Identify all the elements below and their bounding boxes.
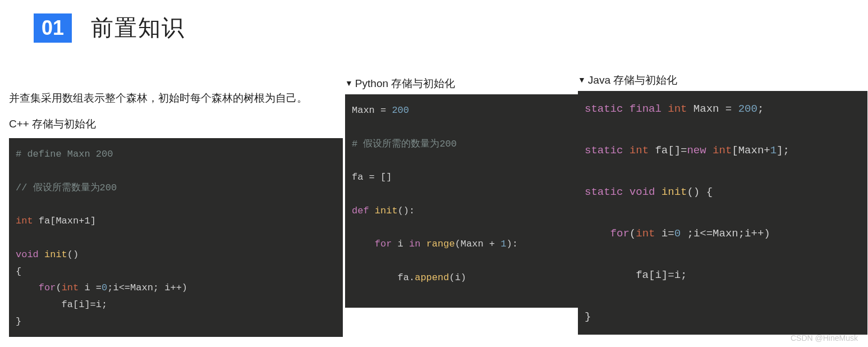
java-subhead: Java 存储与初始化 [588, 74, 677, 86]
code-text: () { [687, 186, 713, 198]
code-text: ( [630, 227, 636, 240]
code-text: int [16, 216, 33, 226]
code-text: { [16, 266, 21, 277]
code-text: int [623, 144, 649, 157]
code-text: } [585, 311, 591, 323]
code-text: i= [655, 227, 674, 240]
code-text: fa[i]=i; [16, 299, 107, 310]
code-text: i = [79, 282, 102, 293]
code-text: # define Maxn 200 [16, 149, 113, 159]
code-text: (i) [449, 272, 466, 283]
intro-paragraph: 并查集采用数组表示整个森林，初始时每个森林的树根为自己。 [9, 90, 345, 107]
code-text: int [62, 282, 79, 293]
code-text: ]; [777, 144, 789, 157]
triangle-icon: ▼ [345, 79, 353, 88]
python-code-block: Maxn = 200 # 假设所需的数量为200 fa = [] def ini… [345, 94, 578, 308]
section-number-badge: 01 [34, 13, 72, 43]
code-text: ): [506, 239, 517, 249]
code-text [585, 227, 610, 240]
code-text: init [655, 186, 687, 198]
java-code-block: static final int Maxn = 200; static int … [578, 91, 867, 335]
column-python: ▼Python 存储与初始化 Maxn = 200 # 假设所需的数量为200 … [345, 73, 578, 308]
section-title: 前置知识 [91, 12, 185, 43]
code-text: (Maxn + [455, 239, 501, 249]
code-text: 0 [674, 227, 681, 240]
code-text [420, 239, 426, 249]
java-disclosure[interactable]: ▼Java 存储与初始化 [578, 73, 867, 88]
code-text: Maxn = [687, 103, 738, 115]
code-text: 200 [392, 105, 409, 116]
code-text: () [67, 249, 79, 260]
code-text: 0 [102, 282, 107, 293]
code-text: new [687, 144, 706, 157]
code-text: [Maxn+ [732, 144, 770, 157]
code-text: for [375, 239, 392, 249]
code-text [16, 282, 39, 293]
code-text: i [392, 239, 409, 249]
python-subhead: Python 存储与初始化 [355, 77, 455, 89]
code-text: static [585, 103, 623, 115]
code-text: int [706, 144, 732, 157]
code-text: def [352, 206, 369, 216]
code-text: in [409, 239, 420, 249]
code-text: append [415, 272, 449, 283]
code-text: ; [757, 103, 764, 115]
code-text: fa[]= [649, 144, 687, 157]
code-text: for [39, 282, 56, 293]
code-text: ( [56, 282, 61, 293]
section-header: 01 前置知识 [0, 0, 868, 43]
code-text: ;i<=Maxn; i++) [107, 282, 187, 293]
column-java: ▼Java 存储与初始化 static final int Maxn = 200… [578, 73, 867, 335]
column-cpp: 并查集采用数组表示整个森林，初始时每个森林的树根为自己。 C++ 存储与初始化 … [0, 73, 345, 337]
content-columns: 并查集采用数组表示整个森林，初始时每个森林的树根为自己。 C++ 存储与初始化 … [0, 73, 868, 337]
triangle-icon: ▼ [578, 75, 586, 84]
code-text: range [426, 239, 455, 249]
watermark: CSDN @HineMusk [791, 334, 858, 343]
code-text: void [16, 249, 39, 260]
cpp-code-block: # define Maxn 200 // 假设所需数量为200 int fa[M… [9, 138, 343, 336]
code-text: 1 [500, 239, 506, 249]
code-text: fa[i]=i; [585, 269, 687, 281]
code-text: int [662, 103, 687, 115]
code-text: int [636, 227, 655, 240]
code-text: // 假设所需数量为200 [16, 182, 117, 193]
python-disclosure[interactable]: ▼Python 存储与初始化 [345, 76, 578, 91]
code-text: } [16, 316, 21, 327]
code-text: for [610, 227, 630, 240]
code-text: fa = [] [352, 172, 392, 182]
code-text: init [369, 206, 398, 216]
code-text: 1 [770, 144, 777, 157]
code-text: final [623, 103, 661, 115]
code-text: ;i<=Maxn;i++) [681, 227, 770, 240]
cpp-subhead: C++ 存储与初始化 [9, 117, 345, 131]
code-text: void [623, 186, 655, 198]
code-text [352, 239, 375, 249]
code-text: 200 [738, 103, 757, 115]
code-text: # 假设所需的数量为200 [352, 139, 457, 149]
code-text: Maxn = [352, 105, 392, 116]
code-text: static [585, 144, 623, 157]
code-text: fa[Maxn+1] [33, 216, 96, 226]
code-text: static [585, 186, 623, 198]
code-text: fa. [352, 272, 415, 283]
code-text: init [39, 249, 67, 260]
code-text: (): [398, 206, 415, 216]
